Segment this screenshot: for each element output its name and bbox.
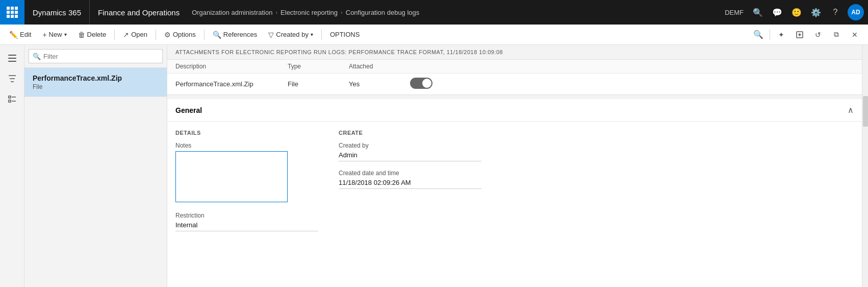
toolbar-separator-3 — [204, 30, 205, 40]
svg-rect-4 — [9, 96, 11, 98]
env-label: DEMF — [721, 9, 748, 16]
references-button[interactable]: 🔍 References — [208, 27, 262, 43]
created-by-chevron: ▾ — [311, 32, 313, 37]
attachments-header-text: ATTACHMENTS FOR ELECTRONIC REPORTING RUN… — [175, 49, 503, 55]
scroll-thumb — [863, 96, 868, 127]
attached-toggle[interactable] — [410, 78, 432, 89]
maximize-icon[interactable]: ⧉ — [827, 26, 846, 44]
toolbar-separator-2 — [156, 30, 156, 40]
att-type: File — [288, 80, 349, 88]
svg-rect-3 — [8, 61, 16, 62]
main-layout: 🔍 PerformanceTrace.xml.Zip File ATTACHME… — [0, 45, 868, 287]
edit-button[interactable]: ✏️ Edit — [4, 27, 36, 43]
new-button[interactable]: + New ▾ — [37, 27, 71, 43]
toolbar: ✏️ Edit + New ▾ 🗑 Delete ↗ Open ⚙ Option… — [0, 25, 868, 45]
breadcrumb-sep-1: › — [275, 9, 277, 15]
hamburger-menu-icon[interactable] — [3, 49, 21, 67]
office-icon[interactable] — [790, 26, 809, 44]
created-by-field-value: Admin — [339, 151, 481, 161]
edit-label: Edit — [20, 31, 31, 38]
brand-area: Dynamics 365 Finance and Operations — [24, 0, 188, 25]
breadcrumb-config[interactable]: Configuration debug logs — [346, 9, 420, 16]
sidebar-icons — [0, 45, 24, 287]
breadcrumb-org-admin[interactable]: Organization administration — [192, 9, 272, 16]
list-item[interactable]: PerformanceTrace.xml.Zip File — [24, 68, 167, 97]
list-item-sub: File — [33, 83, 159, 90]
att-attached: Yes — [349, 80, 410, 88]
new-chevron-icon: ▾ — [64, 32, 67, 37]
delete-icon: 🗑 — [78, 31, 85, 39]
attachments-table-row[interactable]: PerformanceTrace.xml.Zip File Yes — [167, 74, 862, 94]
options-button[interactable]: ⚙ Options — [159, 27, 201, 43]
search-nav-button[interactable]: 🔍 — [749, 3, 767, 21]
references-icon: 🔍 — [213, 31, 221, 39]
chat-icon[interactable]: 💬 — [768, 3, 786, 21]
help-icon[interactable]: ? — [826, 3, 845, 21]
open-button[interactable]: ↗ Open — [118, 27, 152, 43]
edit-icon: ✏️ — [9, 31, 18, 39]
attachments-header: ATTACHMENTS FOR ELECTRONIC REPORTING RUN… — [167, 45, 862, 60]
notes-textarea[interactable] — [175, 151, 288, 202]
svg-rect-2 — [8, 58, 16, 59]
top-nav-right: DEMF 🔍 💬 🙂 ⚙️ ? AD — [717, 3, 868, 21]
breadcrumb-sep-2: › — [341, 9, 343, 15]
waffle-icon — [7, 7, 18, 18]
col-attached: Attached — [349, 63, 410, 70]
open-label: Open — [131, 31, 147, 38]
attachments-table: Description Type Attached PerformanceTra… — [167, 60, 862, 95]
created-by-group: Created by Admin — [339, 142, 481, 161]
references-label: References — [223, 31, 257, 38]
section-body: DETAILS Notes Restriction Internal CREAT… — [167, 122, 862, 248]
general-section: General ∧ DETAILS Notes Restriction Inte… — [167, 99, 862, 287]
pin-icon[interactable]: ✦ — [772, 26, 790, 44]
open-icon: ↗ — [123, 31, 129, 39]
col-type: Type — [288, 63, 349, 70]
delete-button[interactable]: 🗑 Delete — [73, 27, 112, 43]
filter-box: 🔍 — [24, 45, 167, 68]
details-column: DETAILS Notes Restriction Internal — [175, 130, 318, 240]
refresh-icon[interactable]: ↺ — [809, 26, 827, 44]
section-header: General ∧ — [167, 99, 862, 122]
controls-sep — [770, 30, 770, 40]
notes-label: Notes — [175, 142, 318, 149]
created-by-button[interactable]: ▽ Created by ▾ — [263, 27, 318, 43]
avatar[interactable]: AD — [848, 4, 864, 20]
delete-label: Delete — [87, 31, 107, 38]
toolbar-separator-1 — [114, 30, 115, 40]
create-column: CREATE Created by Admin Created date and… — [339, 130, 481, 240]
section-collapse-button[interactable]: ∧ — [848, 105, 854, 115]
new-label: New — [49, 31, 62, 38]
options-icon: ⚙ — [164, 31, 171, 39]
col-description: Description — [175, 63, 288, 70]
content-panel: ATTACHMENTS FOR ELECTRONIC REPORTING RUN… — [167, 45, 862, 287]
list-item-name: PerformanceTrace.xml.Zip — [33, 74, 159, 82]
scrollbar[interactable] — [862, 45, 868, 287]
create-title: CREATE — [339, 130, 481, 136]
waffle-button[interactable] — [0, 0, 24, 25]
settings-icon[interactable]: ⚙️ — [807, 3, 825, 21]
smiley-icon[interactable]: 🙂 — [787, 3, 806, 21]
svg-rect-1 — [8, 55, 16, 56]
filter-search-icon: 🔍 — [33, 53, 41, 60]
list-view-icon[interactable] — [3, 90, 21, 108]
section-title: General — [175, 106, 202, 114]
list-panel: 🔍 PerformanceTrace.xml.Zip File — [24, 45, 167, 287]
restriction-label: Restriction — [175, 212, 318, 219]
toolbar-separator-4 — [321, 30, 322, 40]
dynamics365-label: Dynamics 365 — [24, 0, 90, 25]
details-title: DETAILS — [175, 130, 318, 136]
finance-operations-label: Finance and Operations — [90, 0, 188, 25]
toolbar-search-button[interactable]: 🔍 — [750, 27, 767, 43]
created-date-value: 11/18/2018 02:09:26 AM — [339, 179, 481, 189]
top-nav: Dynamics 365 Finance and Operations Orga… — [0, 0, 868, 25]
toggle-knob — [422, 79, 431, 88]
filter-sidebar-icon[interactable] — [3, 69, 21, 88]
breadcrumb-er[interactable]: Electronic reporting — [280, 9, 338, 16]
new-icon: + — [42, 31, 46, 39]
breadcrumb: Organization administration › Electronic… — [188, 9, 717, 16]
filter-input[interactable] — [29, 49, 163, 63]
att-toggle-cell — [410, 78, 451, 90]
options-label: Options — [173, 31, 196, 38]
close-icon[interactable]: ✕ — [846, 26, 864, 44]
col-toggle — [410, 63, 451, 70]
